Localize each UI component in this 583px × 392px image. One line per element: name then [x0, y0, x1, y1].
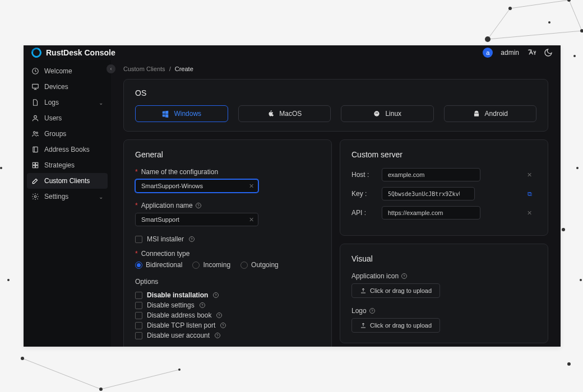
svg-point-5 — [567, 0, 571, 2]
opt-disable-install-checkbox[interactable] — [135, 292, 142, 299]
chevron-down-icon: ⌄ — [99, 194, 103, 200]
svg-point-33 — [376, 113, 377, 114]
sidebar-item-label: Groups — [44, 130, 66, 138]
app-name-input[interactable] — [135, 213, 258, 226]
svg-point-12 — [580, 279, 582, 281]
upload-logo-button[interactable]: Click or drag to upload — [351, 318, 440, 333]
os-option-windows[interactable]: Windows — [135, 105, 228, 122]
svg-point-11 — [562, 228, 565, 231]
users-icon — [31, 130, 39, 138]
help-icon[interactable] — [401, 273, 408, 279]
svg-point-4 — [508, 7, 512, 10]
conn-radio-incoming[interactable]: Incoming — [192, 261, 230, 269]
svg-point-31 — [34, 195, 36, 198]
svg-point-35 — [196, 203, 201, 208]
svg-point-32 — [374, 111, 380, 116]
clear-icon[interactable]: ✕ — [527, 209, 532, 217]
sidebar-item-address-books[interactable]: Address Books — [24, 142, 111, 157]
svg-rect-29 — [33, 166, 35, 168]
config-name-label: Name of the configuration — [141, 168, 218, 176]
help-icon[interactable] — [369, 307, 376, 314]
clear-icon[interactable]: ✕ — [527, 171, 532, 179]
svg-point-6 — [485, 36, 491, 42]
conn-type-label: Connection type — [141, 250, 190, 258]
config-name-input[interactable] — [135, 179, 258, 193]
visual-title: Visual — [351, 254, 536, 263]
app-logo: RustDesk Console — [31, 48, 115, 58]
sidebar-item-label: Strategies — [44, 161, 75, 169]
clear-icon[interactable]: ✕ — [249, 183, 254, 190]
sidebar-item-label: Welcome — [44, 67, 72, 75]
opt-disable-addressbook-checkbox[interactable] — [135, 312, 142, 319]
key-input[interactable] — [382, 187, 475, 200]
svg-point-23 — [34, 115, 37, 118]
svg-point-41 — [215, 333, 220, 338]
clock-icon — [31, 67, 39, 75]
help-icon[interactable] — [188, 236, 195, 242]
svg-point-40 — [221, 323, 226, 328]
sidebar-item-label: Users — [44, 114, 62, 122]
opt-disable-settings-checkbox[interactable] — [135, 302, 142, 309]
os-option-linux[interactable]: Linux — [341, 105, 434, 122]
copy-icon[interactable]: ⧉ — [528, 190, 532, 198]
svg-line-2 — [569, 0, 582, 31]
sidebar-item-label: Address Books — [44, 146, 90, 153]
breadcrumb-parent[interactable]: Custom Clients — [123, 66, 165, 72]
conn-radio-bidirectional[interactable]: Bidirectional — [135, 261, 182, 269]
help-icon[interactable] — [199, 302, 206, 309]
app-frame: RustDesk Console a admin ‹ Welcome Devic… — [24, 45, 561, 347]
help-icon[interactable] — [220, 322, 226, 329]
sidebar-item-strategies[interactable]: Strategies — [24, 157, 111, 173]
msi-label: MSI installer — [147, 235, 184, 243]
sidebar-item-settings[interactable]: Settings⌄ — [24, 189, 111, 204]
logo-label: Logo — [351, 307, 367, 315]
help-icon[interactable] — [212, 292, 219, 298]
sidebar-item-users[interactable]: Users — [24, 110, 111, 126]
general-title: General — [135, 150, 320, 159]
opt-disable-tcp-checkbox[interactable] — [135, 322, 142, 329]
svg-point-24 — [34, 132, 36, 134]
app-title: RustDesk Console — [46, 48, 115, 57]
os-option-macos[interactable]: MacOS — [238, 105, 331, 122]
sidebar-item-welcome[interactable]: Welcome — [24, 63, 111, 79]
language-icon[interactable] — [527, 48, 536, 57]
svg-point-20 — [7, 279, 10, 281]
svg-point-19 — [0, 167, 2, 169]
sidebar-item-label: Logs — [44, 99, 59, 106]
svg-point-16 — [21, 357, 24, 360]
clear-icon[interactable]: ✕ — [249, 216, 254, 223]
breadcrumb: Custom Clients / Create — [123, 66, 548, 72]
api-input[interactable] — [382, 206, 480, 220]
upload-app-icon-button[interactable]: Click or drag to upload — [351, 283, 440, 298]
theme-toggle-icon[interactable] — [544, 48, 553, 57]
sidebar-item-logs[interactable]: Logs⌄ — [24, 95, 111, 110]
svg-line-3 — [488, 31, 582, 39]
sidebar-item-label: Settings — [44, 193, 68, 200]
general-section: General *Name of the configuration ✕ *Ap… — [123, 139, 332, 347]
os-option-android[interactable]: Android — [444, 105, 537, 122]
help-icon[interactable] — [214, 332, 221, 339]
msi-checkbox[interactable] — [135, 236, 142, 243]
help-icon[interactable] — [195, 202, 202, 209]
host-input[interactable] — [382, 168, 480, 181]
sidebar-item-groups[interactable]: Groups — [24, 126, 111, 142]
sidebar-item-devices[interactable]: Devices — [24, 79, 111, 95]
user-icon — [31, 114, 39, 122]
conn-radio-outgoing[interactable]: Outgoing — [240, 261, 279, 269]
os-panel: OS Windows MacOS Linux Android — [123, 79, 548, 132]
logo-icon — [30, 46, 44, 60]
avatar[interactable]: a — [483, 48, 493, 58]
opt-disable-user-checkbox[interactable] — [135, 332, 142, 339]
svg-line-15 — [101, 370, 179, 389]
svg-point-42 — [402, 274, 407, 279]
svg-point-18 — [178, 368, 181, 371]
svg-line-1 — [488, 8, 510, 39]
svg-rect-30 — [36, 166, 38, 168]
app-icon-label: Application icon — [351, 272, 399, 280]
sidebar-item-custom-clients[interactable]: Custom Clients — [27, 173, 108, 189]
document-icon — [31, 99, 39, 106]
svg-point-25 — [36, 132, 38, 134]
help-icon[interactable] — [216, 312, 223, 319]
svg-point-38 — [200, 303, 205, 308]
options-head: Options — [135, 278, 320, 286]
